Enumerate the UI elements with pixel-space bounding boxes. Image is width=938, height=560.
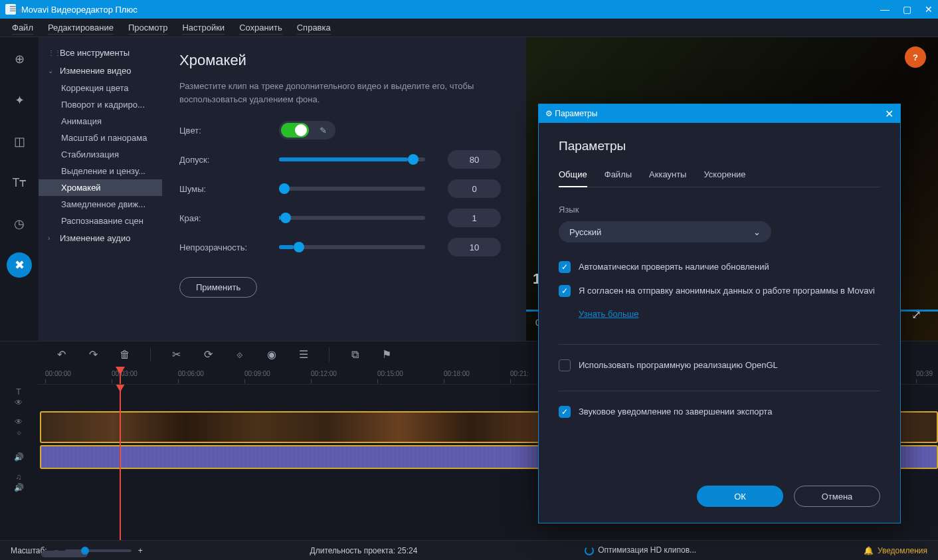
marker-icon[interactable]: ⚑: [377, 345, 396, 364]
sidebar-icon-rail: ⊕ ✦ ◫ Tᴛ ◷ ✖: [0, 37, 39, 341]
crop-icon[interactable]: ⟐: [231, 345, 249, 364]
filters-icon[interactable]: ✦: [7, 88, 32, 113]
eyedropper-icon[interactable]: ✎: [316, 123, 330, 138]
group-all-tools[interactable]: ⋮⋮Все инструменты: [39, 44, 162, 62]
menubar: Файл Редактирование Просмотр Настройки С…: [0, 19, 938, 37]
item-highlight-censor[interactable]: Выделение и цензу...: [39, 163, 162, 179]
popout-icon[interactable]: ⤢: [906, 305, 926, 325]
menu-help[interactable]: Справка: [297, 23, 331, 33]
tab-general[interactable]: Общие: [559, 169, 587, 187]
language-select[interactable]: Русский ⌄: [559, 221, 771, 242]
tolerance-value[interactable]: 80: [448, 150, 501, 169]
item-stabilization[interactable]: Стабилизация: [39, 146, 162, 163]
undo-icon[interactable]: ↶: [52, 345, 70, 364]
redo-icon[interactable]: ↷: [84, 345, 102, 364]
eye-icon[interactable]: 👁: [15, 398, 23, 407]
playhead-line[interactable]: [120, 385, 121, 540]
statusbar: Масштаб: − + Длительность проекта: 25:24…: [0, 540, 938, 560]
track-head-text[interactable]: T👁: [0, 385, 37, 410]
cut-icon[interactable]: ✂: [167, 345, 185, 364]
checkbox-updates[interactable]: ✓: [559, 261, 571, 273]
zoom-slider[interactable]: [65, 549, 132, 552]
track-head-video[interactable]: 👁⟐: [0, 410, 37, 444]
transitions-icon[interactable]: ◫: [7, 129, 32, 154]
stickers-icon[interactable]: ◷: [7, 211, 32, 236]
item-color-correction[interactable]: Коррекция цвета: [39, 80, 162, 96]
maximize-button[interactable]: ▢: [903, 4, 911, 15]
project-duration: Длительность проекта: 25:24: [310, 546, 418, 555]
tab-acceleration[interactable]: Ускорение: [704, 169, 745, 187]
help-icon[interactable]: ?: [905, 47, 926, 68]
dialog-titlebar[interactable]: ⚙ Параметры ✕: [539, 104, 900, 123]
adjust-icon[interactable]: ☰: [294, 345, 313, 364]
add-media-icon[interactable]: ⊕: [7, 47, 32, 72]
item-chroma-key[interactable]: Хромакей: [39, 179, 162, 196]
ruler-tick: 00:39: [916, 370, 933, 377]
tolerance-label: Допуск:: [179, 155, 279, 165]
ruler-tick: 00:03:00: [112, 370, 138, 377]
link-icon[interactable]: ⟐: [17, 428, 21, 437]
notifications-button[interactable]: 🔔Уведомления: [864, 546, 927, 555]
bell-icon: 🔔: [864, 546, 874, 555]
checkbox-anonymous-data[interactable]: ✓: [559, 285, 571, 297]
cancel-button[interactable]: Отмена: [794, 486, 880, 507]
checkbox-sound-notify[interactable]: ✓: [559, 406, 571, 418]
group-audio-edit[interactable]: ›Изменение аудио: [39, 229, 162, 247]
menu-save[interactable]: Сохранить: [239, 23, 282, 33]
menu-settings[interactable]: Настройки: [182, 23, 225, 33]
more-tools-icon[interactable]: ✖: [7, 252, 32, 278]
item-scene-detection[interactable]: Распознавание сцен: [39, 213, 162, 229]
ruler-tick: 00:06:00: [178, 370, 204, 377]
noise-value[interactable]: 0: [448, 179, 501, 198]
ok-button[interactable]: ОК: [697, 486, 783, 507]
speaker-icon[interactable]: 🔊: [14, 452, 24, 462]
edges-slider[interactable]: [279, 216, 425, 220]
opacity-slider[interactable]: [279, 245, 425, 249]
dialog-heading: Параметры: [559, 139, 880, 153]
opacity-value[interactable]: 10: [448, 238, 501, 256]
chroma-panel: Хромакей Разместите клип на треке дополн…: [162, 37, 526, 341]
menu-edit[interactable]: Редактирование: [48, 23, 114, 33]
track-head-audio[interactable]: ♫🔊: [0, 470, 37, 495]
noise-slider[interactable]: [279, 187, 425, 191]
color-icon[interactable]: ◉: [262, 345, 281, 364]
minimize-button[interactable]: ―: [880, 4, 890, 15]
group-video-edit[interactable]: ⌄Изменение видео: [39, 62, 162, 80]
tab-accounts[interactable]: Аккаунты: [649, 169, 686, 187]
speaker-icon[interactable]: 🔊: [14, 483, 24, 492]
item-animation[interactable]: Анимация: [39, 113, 162, 130]
panel-title: Хромакей: [179, 52, 509, 69]
checkbox-anonymous-data-label: Я согласен на отправку анонимных данных …: [579, 285, 875, 297]
delete-icon[interactable]: 🗑: [116, 345, 134, 364]
titlebar: Movavi Видеоредактор Плюс ― ▢ ✕: [0, 0, 938, 19]
checkbox-opengl-label: Использовать программную реализацию Open…: [579, 359, 778, 371]
zoom-in-icon[interactable]: +: [138, 546, 143, 555]
edges-value[interactable]: 1: [448, 209, 501, 227]
learn-more-link[interactable]: Узнать больше: [579, 309, 880, 319]
rotate-icon[interactable]: ⟳: [199, 345, 217, 364]
apply-button[interactable]: Применить: [179, 277, 257, 298]
close-button[interactable]: ✕: [925, 4, 933, 15]
titles-icon[interactable]: Tᴛ: [7, 170, 32, 195]
record-icon[interactable]: ⧉: [345, 345, 364, 364]
item-zoom-pan[interactable]: Масштаб и панорама: [39, 130, 162, 146]
checkbox-sound-notify-label: Звуковое уведомление по завершении экспо…: [579, 406, 772, 418]
eye-icon[interactable]: 👁: [15, 417, 23, 426]
spinner-icon: [585, 546, 594, 555]
settings-icon: ⚙: [545, 109, 555, 118]
edges-label: Края:: [179, 213, 279, 223]
menu-file[interactable]: Файл: [12, 23, 33, 33]
item-rotate-crop[interactable]: Поворот и кадриро...: [39, 96, 162, 113]
track-head-linked-audio[interactable]: 🔊: [0, 444, 37, 470]
color-toggle[interactable]: [281, 123, 309, 138]
tab-files[interactable]: Файлы: [605, 169, 632, 187]
tolerance-slider[interactable]: [279, 157, 425, 161]
dialog-close-icon[interactable]: ✕: [885, 108, 893, 120]
menu-view[interactable]: Просмотр: [128, 23, 167, 33]
panel-description: Разместите клип на треке дополнительного…: [179, 80, 485, 106]
add-track-icon[interactable]: ≡₊: [9, 1, 23, 16]
item-slow-motion[interactable]: Замедленное движ...: [39, 196, 162, 213]
checkbox-opengl[interactable]: [559, 359, 571, 371]
ruler-tick: 00:18:00: [444, 370, 470, 377]
playhead[interactable]: [120, 367, 121, 384]
